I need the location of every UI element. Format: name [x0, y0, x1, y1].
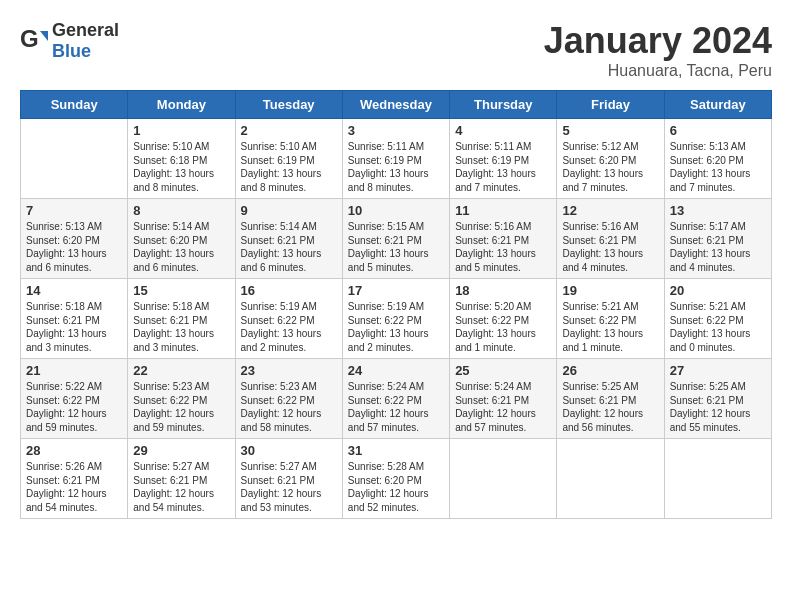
calendar-cell: 30Sunrise: 5:27 AM Sunset: 6:21 PM Dayli…: [235, 439, 342, 519]
calendar-cell: 25Sunrise: 5:24 AM Sunset: 6:21 PM Dayli…: [450, 359, 557, 439]
cell-info: Sunrise: 5:15 AM Sunset: 6:21 PM Dayligh…: [348, 220, 444, 274]
date-number: 10: [348, 203, 444, 218]
date-number: 31: [348, 443, 444, 458]
calendar-cell: 16Sunrise: 5:19 AM Sunset: 6:22 PM Dayli…: [235, 279, 342, 359]
date-number: 8: [133, 203, 229, 218]
week-row-2: 7Sunrise: 5:13 AM Sunset: 6:20 PM Daylig…: [21, 199, 772, 279]
calendar-cell: [21, 119, 128, 199]
cell-info: Sunrise: 5:18 AM Sunset: 6:21 PM Dayligh…: [26, 300, 122, 354]
logo-blue: Blue: [52, 41, 91, 61]
cell-info: Sunrise: 5:10 AM Sunset: 6:18 PM Dayligh…: [133, 140, 229, 194]
cell-info: Sunrise: 5:14 AM Sunset: 6:21 PM Dayligh…: [241, 220, 337, 274]
calendar-cell: 10Sunrise: 5:15 AM Sunset: 6:21 PM Dayli…: [342, 199, 449, 279]
calendar-cell: 13Sunrise: 5:17 AM Sunset: 6:21 PM Dayli…: [664, 199, 771, 279]
cell-info: Sunrise: 5:26 AM Sunset: 6:21 PM Dayligh…: [26, 460, 122, 514]
cell-info: Sunrise: 5:19 AM Sunset: 6:22 PM Dayligh…: [241, 300, 337, 354]
date-number: 14: [26, 283, 122, 298]
calendar-cell: 9Sunrise: 5:14 AM Sunset: 6:21 PM Daylig…: [235, 199, 342, 279]
calendar-cell: 27Sunrise: 5:25 AM Sunset: 6:21 PM Dayli…: [664, 359, 771, 439]
logo-icon: G: [20, 27, 48, 55]
cell-info: Sunrise: 5:13 AM Sunset: 6:20 PM Dayligh…: [670, 140, 766, 194]
cell-info: Sunrise: 5:13 AM Sunset: 6:20 PM Dayligh…: [26, 220, 122, 274]
date-number: 23: [241, 363, 337, 378]
header-row: SundayMondayTuesdayWednesdayThursdayFrid…: [21, 91, 772, 119]
cell-info: Sunrise: 5:12 AM Sunset: 6:20 PM Dayligh…: [562, 140, 658, 194]
calendar-cell: 11Sunrise: 5:16 AM Sunset: 6:21 PM Dayli…: [450, 199, 557, 279]
week-row-4: 21Sunrise: 5:22 AM Sunset: 6:22 PM Dayli…: [21, 359, 772, 439]
date-number: 11: [455, 203, 551, 218]
calendar-cell: 14Sunrise: 5:18 AM Sunset: 6:21 PM Dayli…: [21, 279, 128, 359]
calendar-cell: 8Sunrise: 5:14 AM Sunset: 6:20 PM Daylig…: [128, 199, 235, 279]
day-header-saturday: Saturday: [664, 91, 771, 119]
cell-info: Sunrise: 5:22 AM Sunset: 6:22 PM Dayligh…: [26, 380, 122, 434]
day-header-friday: Friday: [557, 91, 664, 119]
week-row-1: 1Sunrise: 5:10 AM Sunset: 6:18 PM Daylig…: [21, 119, 772, 199]
calendar-cell: [450, 439, 557, 519]
date-number: 24: [348, 363, 444, 378]
calendar-cell: 19Sunrise: 5:21 AM Sunset: 6:22 PM Dayli…: [557, 279, 664, 359]
date-number: 15: [133, 283, 229, 298]
header: G General Blue January 2024 Huanuara, Ta…: [20, 20, 772, 80]
calendar-cell: 15Sunrise: 5:18 AM Sunset: 6:21 PM Dayli…: [128, 279, 235, 359]
date-number: 5: [562, 123, 658, 138]
date-number: 25: [455, 363, 551, 378]
cell-info: Sunrise: 5:18 AM Sunset: 6:21 PM Dayligh…: [133, 300, 229, 354]
calendar-cell: 18Sunrise: 5:20 AM Sunset: 6:22 PM Dayli…: [450, 279, 557, 359]
page-title: January 2024: [544, 20, 772, 62]
week-row-3: 14Sunrise: 5:18 AM Sunset: 6:21 PM Dayli…: [21, 279, 772, 359]
date-number: 6: [670, 123, 766, 138]
cell-info: Sunrise: 5:24 AM Sunset: 6:21 PM Dayligh…: [455, 380, 551, 434]
cell-info: Sunrise: 5:20 AM Sunset: 6:22 PM Dayligh…: [455, 300, 551, 354]
day-header-monday: Monday: [128, 91, 235, 119]
calendar-cell: 6Sunrise: 5:13 AM Sunset: 6:20 PM Daylig…: [664, 119, 771, 199]
cell-info: Sunrise: 5:16 AM Sunset: 6:21 PM Dayligh…: [455, 220, 551, 274]
day-header-wednesday: Wednesday: [342, 91, 449, 119]
logo: G General Blue: [20, 20, 119, 62]
date-number: 16: [241, 283, 337, 298]
calendar-cell: 4Sunrise: 5:11 AM Sunset: 6:19 PM Daylig…: [450, 119, 557, 199]
calendar-table: SundayMondayTuesdayWednesdayThursdayFrid…: [20, 90, 772, 519]
date-number: 18: [455, 283, 551, 298]
svg-text:G: G: [20, 27, 39, 52]
cell-info: Sunrise: 5:27 AM Sunset: 6:21 PM Dayligh…: [133, 460, 229, 514]
date-number: 4: [455, 123, 551, 138]
date-number: 1: [133, 123, 229, 138]
calendar-cell: 7Sunrise: 5:13 AM Sunset: 6:20 PM Daylig…: [21, 199, 128, 279]
calendar-cell: 29Sunrise: 5:27 AM Sunset: 6:21 PM Dayli…: [128, 439, 235, 519]
calendar-cell: 20Sunrise: 5:21 AM Sunset: 6:22 PM Dayli…: [664, 279, 771, 359]
cell-info: Sunrise: 5:17 AM Sunset: 6:21 PM Dayligh…: [670, 220, 766, 274]
calendar-cell: 5Sunrise: 5:12 AM Sunset: 6:20 PM Daylig…: [557, 119, 664, 199]
calendar-cell: 28Sunrise: 5:26 AM Sunset: 6:21 PM Dayli…: [21, 439, 128, 519]
calendar-cell: 22Sunrise: 5:23 AM Sunset: 6:22 PM Dayli…: [128, 359, 235, 439]
date-number: 7: [26, 203, 122, 218]
cell-info: Sunrise: 5:23 AM Sunset: 6:22 PM Dayligh…: [133, 380, 229, 434]
date-number: 22: [133, 363, 229, 378]
date-number: 30: [241, 443, 337, 458]
date-number: 17: [348, 283, 444, 298]
calendar-cell: 31Sunrise: 5:28 AM Sunset: 6:20 PM Dayli…: [342, 439, 449, 519]
calendar-cell: 3Sunrise: 5:11 AM Sunset: 6:19 PM Daylig…: [342, 119, 449, 199]
date-number: 29: [133, 443, 229, 458]
calendar-cell: 26Sunrise: 5:25 AM Sunset: 6:21 PM Dayli…: [557, 359, 664, 439]
date-number: 20: [670, 283, 766, 298]
cell-info: Sunrise: 5:28 AM Sunset: 6:20 PM Dayligh…: [348, 460, 444, 514]
date-number: 26: [562, 363, 658, 378]
date-number: 9: [241, 203, 337, 218]
calendar-cell: 17Sunrise: 5:19 AM Sunset: 6:22 PM Dayli…: [342, 279, 449, 359]
svg-marker-1: [40, 31, 48, 41]
calendar-cell: [664, 439, 771, 519]
calendar-cell: 12Sunrise: 5:16 AM Sunset: 6:21 PM Dayli…: [557, 199, 664, 279]
date-number: 21: [26, 363, 122, 378]
date-number: 3: [348, 123, 444, 138]
page-subtitle: Huanuara, Tacna, Peru: [544, 62, 772, 80]
cell-info: Sunrise: 5:16 AM Sunset: 6:21 PM Dayligh…: [562, 220, 658, 274]
day-header-sunday: Sunday: [21, 91, 128, 119]
logo-text: General Blue: [52, 20, 119, 62]
date-number: 19: [562, 283, 658, 298]
calendar-cell: 21Sunrise: 5:22 AM Sunset: 6:22 PM Dayli…: [21, 359, 128, 439]
cell-info: Sunrise: 5:25 AM Sunset: 6:21 PM Dayligh…: [562, 380, 658, 434]
day-header-tuesday: Tuesday: [235, 91, 342, 119]
cell-info: Sunrise: 5:19 AM Sunset: 6:22 PM Dayligh…: [348, 300, 444, 354]
logo-general: General: [52, 20, 119, 40]
calendar-cell: 1Sunrise: 5:10 AM Sunset: 6:18 PM Daylig…: [128, 119, 235, 199]
